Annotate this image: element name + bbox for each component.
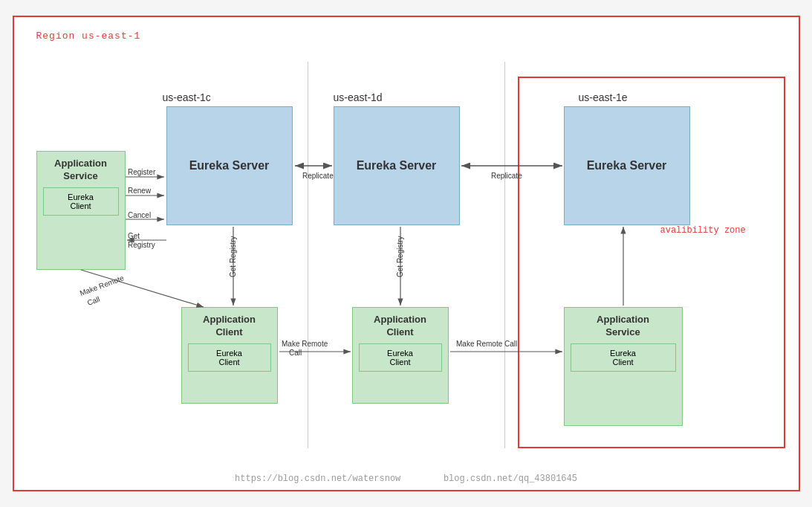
eureka-client-1d: EurekaClient xyxy=(359,343,442,372)
application-service-main: ApplicationService EurekaClient xyxy=(36,151,126,270)
footer-url: https://blog.csdn.net/watersnow blog.csd… xyxy=(235,474,577,484)
svg-text:Get Registry: Get Registry xyxy=(396,236,404,277)
availability-zone-label: avalibility zone xyxy=(660,225,746,236)
svg-text:Make Remote: Make Remote xyxy=(282,340,328,348)
eureka-server-1c: Eureka Server xyxy=(166,106,293,225)
svg-text:Make Remote: Make Remote xyxy=(78,274,125,297)
svg-line-22 xyxy=(81,270,204,307)
eureka-server-1e: Eureka Server xyxy=(564,106,690,225)
svg-text:Renew: Renew xyxy=(128,187,152,195)
zone-1c-label: us-east-1c xyxy=(163,91,211,103)
svg-text:Get Registry: Get Registry xyxy=(229,236,237,277)
svg-text:Register: Register xyxy=(128,168,156,176)
zone-1d-label: us-east-1d xyxy=(334,91,383,103)
eureka-client-1e: EurekaClient xyxy=(571,343,676,372)
divider-2 xyxy=(504,62,505,448)
svg-text:Registry: Registry xyxy=(128,241,155,249)
svg-text:Call: Call xyxy=(289,349,302,357)
eureka-client-main: EurekaClient xyxy=(43,187,119,216)
eureka-server-1d: Eureka Server xyxy=(334,106,460,225)
app-service-main-title: ApplicationService xyxy=(43,158,119,183)
app-service-1e-title: ApplicationService xyxy=(571,314,676,339)
svg-text:Make Remote Call: Make Remote Call xyxy=(456,340,517,348)
application-client-1c: ApplicationClient EurekaClient xyxy=(181,307,278,404)
application-client-1d: ApplicationClient EurekaClient xyxy=(352,307,449,404)
region-label: Region us-east-1 xyxy=(36,30,141,42)
divider-1 xyxy=(308,62,308,448)
app-client-1c-title: ApplicationClient xyxy=(188,314,271,339)
svg-text:Call: Call xyxy=(85,295,100,307)
svg-text:Get: Get xyxy=(128,232,140,240)
application-service-1e: ApplicationService EurekaClient xyxy=(564,307,683,426)
eureka-client-1c: EurekaClient xyxy=(188,343,271,372)
main-diagram: Region us-east-1 us-east-1c us-east-1d u… xyxy=(13,16,800,491)
svg-text:Cancel: Cancel xyxy=(128,211,151,219)
app-client-1d-title: ApplicationClient xyxy=(359,314,442,339)
